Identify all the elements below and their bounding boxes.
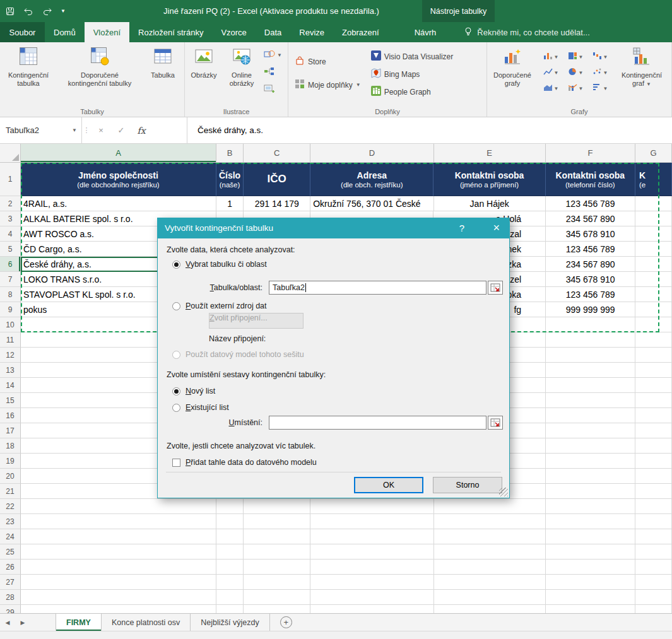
row-header-19[interactable]: 19 (0, 454, 21, 469)
cell-B26[interactable] (216, 560, 244, 575)
radio-existing-worksheet[interactable] (172, 404, 180, 412)
cell-G9[interactable] (635, 302, 672, 317)
tab-zobrazeni[interactable]: Zobrazení (333, 22, 388, 42)
cell-F26[interactable] (546, 560, 635, 575)
formula-input[interactable]: České dráhy, a.s. (187, 117, 672, 143)
customize-qat-icon[interactable]: ▼ (61, 8, 66, 14)
table-range-input[interactable]: Tabuľka2 (269, 281, 486, 295)
cell-C22[interactable] (244, 499, 310, 514)
cell-E1[interactable]: Kontaktni osoba(jméno a příjmení) (433, 163, 545, 196)
cell-F20[interactable] (546, 469, 635, 484)
cell-G11[interactable] (635, 332, 672, 348)
tab-rozlozeni-stranky[interactable]: Rozložení stránky (129, 22, 212, 42)
row-header-21[interactable]: 21 (0, 484, 21, 499)
cell-B29[interactable] (216, 605, 244, 613)
cell-F27[interactable] (546, 575, 635, 590)
cell-G23[interactable] (635, 514, 672, 529)
cell-D29[interactable] (310, 605, 433, 613)
cell-G29[interactable] (635, 605, 672, 613)
cell-G2[interactable] (635, 196, 672, 211)
cell-B28[interactable] (216, 590, 244, 605)
add-sheet-button[interactable]: + (280, 616, 292, 628)
sheet-tab-nejblizsi-vyjezdy[interactable]: Nejbližší výjezdy (191, 614, 269, 631)
dialog-titlebar[interactable]: Vytvořit kontingenční tabulku ? × (157, 218, 510, 238)
cell-G14[interactable] (635, 378, 672, 393)
online-pictures-button[interactable]: Online obrázky (221, 44, 262, 105)
row-header-13[interactable]: 13 (0, 363, 21, 378)
row-header-8[interactable]: 8 (0, 287, 21, 302)
cell-G8[interactable] (635, 287, 672, 302)
row-header-3[interactable]: 3 (0, 211, 21, 226)
cell-G21[interactable] (635, 484, 672, 499)
dialog-resize-grip[interactable] (499, 488, 508, 496)
row-header-12[interactable]: 12 (0, 348, 21, 363)
cell-A24[interactable] (21, 529, 216, 544)
cell-G20[interactable] (635, 469, 672, 484)
sheet-nav-left-icon[interactable]: ◀ (0, 614, 15, 631)
cell-G18[interactable] (635, 438, 672, 454)
cell-A22[interactable] (21, 499, 216, 514)
cell-B1[interactable]: Číslo(naše) (216, 163, 244, 196)
tab-data[interactable]: Data (256, 22, 290, 42)
range-picker-button[interactable] (488, 281, 503, 295)
cell-A25[interactable] (21, 544, 216, 560)
name-box-dropdown-icon[interactable]: ▼ (72, 127, 77, 133)
hierarchy-chart-button[interactable]: ▼ (563, 49, 587, 64)
cell-C1[interactable]: IČO (244, 163, 310, 196)
pivottable-button[interactable]: Kontingenční tabulka (1, 44, 56, 105)
combo-chart-button[interactable]: ▼ (563, 81, 587, 96)
pie-chart-button[interactable]: ▼ (563, 65, 587, 80)
bing-maps-button[interactable]: Bing Maps (371, 68, 454, 80)
cell-D24[interactable] (310, 529, 433, 544)
cell-F25[interactable] (546, 544, 635, 560)
row-header-2[interactable]: 2 (0, 196, 21, 211)
cell-C2[interactable]: 291 14 179 (244, 196, 310, 211)
row-header-17[interactable]: 17 (0, 423, 21, 438)
cell-F24[interactable] (546, 529, 635, 544)
cell-F1[interactable]: Kontaktni osoba(telefonní číslo) (546, 163, 635, 196)
dialog-help-button[interactable]: ? (459, 223, 464, 233)
cell-B22[interactable] (216, 499, 244, 514)
row-header-27[interactable]: 27 (0, 575, 21, 590)
checkbox-add-to-data-model[interactable] (172, 459, 180, 467)
cell-F23[interactable] (546, 514, 635, 529)
row-header-14[interactable]: 14 (0, 378, 21, 393)
cell-C23[interactable] (244, 514, 310, 529)
cell-A26[interactable] (21, 560, 216, 575)
cell-E28[interactable] (434, 590, 546, 605)
cell-D23[interactable] (310, 514, 433, 529)
cell-G7[interactable] (635, 272, 672, 287)
cell-F17[interactable] (546, 423, 635, 438)
cell-C25[interactable] (244, 544, 310, 560)
enter-entry-button[interactable]: ✓ (111, 117, 131, 143)
cell-A29[interactable] (21, 605, 216, 613)
recommended-charts-button[interactable]: Doporučené grafy (488, 44, 536, 105)
people-graph-button[interactable]: People Graph (371, 86, 454, 98)
cell-F12[interactable] (546, 348, 635, 363)
cell-E29[interactable] (434, 605, 546, 613)
tab-soubor[interactable]: Soubor (0, 22, 45, 42)
row-header-7[interactable]: 7 (0, 272, 21, 287)
cell-G26[interactable] (635, 560, 672, 575)
row-header-4[interactable]: 4 (0, 226, 21, 242)
cell-B24[interactable] (216, 529, 244, 544)
name-box[interactable]: Tabuľka2 ▼ (0, 117, 82, 143)
cell-F11[interactable] (546, 332, 635, 348)
cell-G10[interactable] (635, 317, 672, 332)
tab-navrh[interactable]: Návrh (406, 22, 445, 42)
table-button[interactable]: Tabulka (144, 44, 182, 105)
row-header-5[interactable]: 5 (0, 242, 21, 257)
pictures-button[interactable]: Obrázky (186, 44, 221, 105)
dialog-close-button[interactable]: × (493, 221, 500, 235)
radio-external-source[interactable] (172, 302, 180, 310)
cell-C27[interactable] (244, 575, 310, 590)
select-all-corner[interactable] (0, 144, 21, 163)
cell-B23[interactable] (216, 514, 244, 529)
cell-G24[interactable] (635, 529, 672, 544)
cell-F22[interactable] (546, 499, 635, 514)
cell-D26[interactable] (310, 560, 433, 575)
save-icon[interactable] (5, 6, 15, 16)
col-header-F[interactable]: F (546, 144, 635, 163)
visio-data-visualizer-button[interactable]: Visio Data Visualizer (371, 50, 454, 62)
cell-E27[interactable] (434, 575, 546, 590)
